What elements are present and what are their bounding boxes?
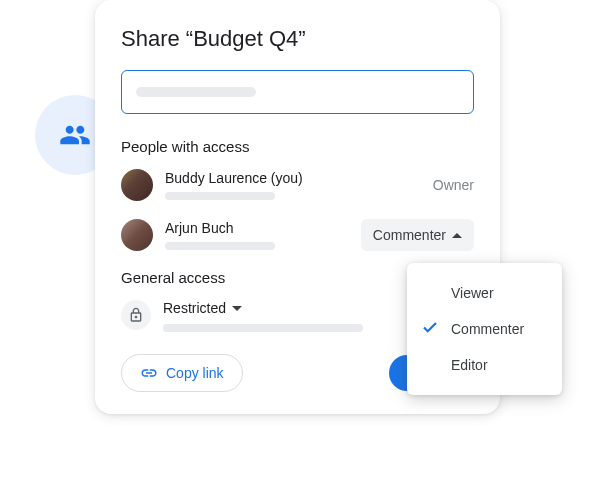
dropdown-item-label: Viewer bbox=[451, 285, 494, 301]
dropdown-item-viewer[interactable]: Viewer bbox=[407, 275, 562, 311]
person-name: Arjun Buch bbox=[165, 220, 349, 236]
avatar bbox=[121, 219, 153, 251]
dropdown-item-editor[interactable]: Editor bbox=[407, 347, 562, 383]
copy-link-label: Copy link bbox=[166, 365, 224, 381]
copy-link-button[interactable]: Copy link bbox=[121, 354, 243, 392]
role-select-label: Commenter bbox=[373, 227, 446, 243]
dropdown-item-label: Editor bbox=[451, 357, 488, 373]
dropdown-item-commenter[interactable]: Commenter bbox=[407, 311, 562, 347]
owner-label: Owner bbox=[433, 177, 474, 193]
avatar bbox=[121, 169, 153, 201]
chevron-down-icon bbox=[232, 306, 242, 311]
check-icon bbox=[421, 319, 439, 340]
link-icon bbox=[140, 364, 158, 382]
chevron-up-icon bbox=[452, 233, 462, 238]
restricted-info: Restricted bbox=[163, 300, 363, 332]
person-row-owner: Buddy Laurence (you) Owner bbox=[121, 169, 474, 201]
person-name: Buddy Laurence (you) bbox=[165, 170, 421, 186]
dialog-title: Share “Budget Q4” bbox=[121, 26, 474, 52]
people-section-header: People with access bbox=[121, 138, 474, 155]
add-people-input[interactable] bbox=[121, 70, 474, 114]
role-dropdown: Viewer Commenter Editor bbox=[407, 263, 562, 395]
person-email-placeholder bbox=[165, 192, 275, 200]
lock-icon bbox=[128, 307, 144, 323]
role-select[interactable]: Commenter bbox=[361, 219, 474, 251]
input-placeholder bbox=[136, 87, 256, 97]
restricted-select[interactable]: Restricted bbox=[163, 300, 363, 316]
person-row-user: Arjun Buch Commenter bbox=[121, 219, 474, 251]
lock-chip bbox=[121, 300, 151, 330]
restricted-label-text: Restricted bbox=[163, 300, 226, 316]
person-email-placeholder bbox=[165, 242, 275, 250]
restricted-desc-placeholder bbox=[163, 324, 363, 332]
dropdown-item-label: Commenter bbox=[451, 321, 524, 337]
person-info: Buddy Laurence (you) bbox=[165, 170, 421, 200]
person-info: Arjun Buch bbox=[165, 220, 349, 250]
people-icon bbox=[59, 119, 91, 151]
